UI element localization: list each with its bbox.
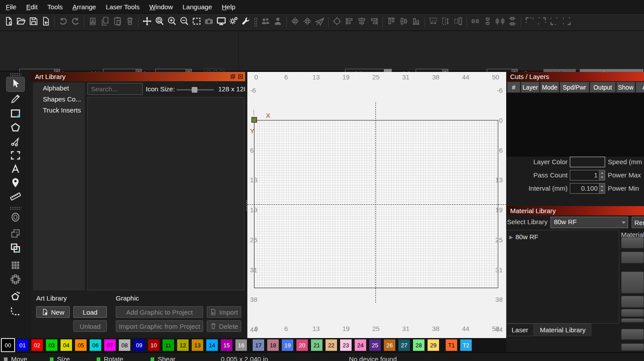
- palette-color-13[interactable]: 13: [192, 339, 203, 351]
- status-toggle-move[interactable]: Move: [4, 355, 27, 361]
- flip-vertical-button[interactable]: [289, 16, 301, 28]
- palette-color-00[interactable]: 00: [2, 339, 14, 351]
- send-to-laser-button[interactable]: [314, 16, 326, 28]
- palette-color-01[interactable]: 01: [17, 339, 28, 351]
- select-tool[interactable]: [7, 77, 24, 91]
- pan-button[interactable]: [141, 16, 153, 28]
- group-button[interactable]: [259, 16, 272, 28]
- palette-color-06[interactable]: 06: [90, 339, 101, 351]
- round-corner-tool[interactable]: [7, 305, 24, 319]
- scissors-tool[interactable]: [7, 135, 24, 150]
- paste-button[interactable]: [111, 16, 124, 28]
- copy-button[interactable]: [99, 16, 111, 28]
- polygon-tool[interactable]: [7, 121, 24, 135]
- draw-lines-tool[interactable]: [7, 93, 24, 107]
- menu-help[interactable]: Help: [217, 1, 240, 12]
- palette-color-18[interactable]: 18: [267, 339, 279, 351]
- palette-color-17[interactable]: 17: [253, 339, 264, 351]
- frame-tool[interactable]: [7, 149, 24, 163]
- align-center-horizontal-button[interactable]: [398, 16, 410, 28]
- undo-button[interactable]: [57, 16, 69, 28]
- art-library-content[interactable]: [87, 97, 244, 290]
- close-icon[interactable]: [238, 74, 243, 79]
- menu-language[interactable]: Language: [178, 1, 217, 12]
- material-action-button[interactable]: [621, 237, 644, 248]
- palette-color-24[interactable]: 24: [355, 339, 366, 351]
- move-corner-tr-button[interactable]: [536, 16, 548, 28]
- material-action-button[interactable]: [621, 271, 644, 293]
- interval-field[interactable]: 0.100: [570, 183, 605, 194]
- material-action-button[interactable]: [621, 309, 644, 317]
- menu-edit[interactable]: Edit: [21, 1, 42, 12]
- cuts-layers-header[interactable]: Cuts / Layers: [506, 72, 644, 81]
- space-vertical-button[interactable]: [506, 16, 519, 28]
- layer-column-a[interactable]: A: [636, 82, 644, 93]
- palette-color-23[interactable]: 23: [340, 339, 352, 351]
- palette-color-21[interactable]: 21: [311, 339, 322, 351]
- open-file-button[interactable]: [15, 16, 27, 28]
- material-tree[interactable]: ▶ 80w RF: [506, 230, 619, 323]
- new-file-button[interactable]: [3, 16, 15, 28]
- palette-color-20[interactable]: 20: [296, 339, 308, 351]
- palette-color-29[interactable]: 29: [428, 339, 439, 351]
- menu-window[interactable]: Window: [144, 1, 178, 12]
- boolean-union-tool[interactable]: [7, 242, 24, 256]
- art-library-category-truck-inserts[interactable]: Truck Inserts: [33, 105, 85, 116]
- material-action-button[interactable]: [621, 343, 644, 351]
- palette-color-16[interactable]: 16: [235, 339, 247, 351]
- material-action-button[interactable]: [621, 329, 644, 340]
- palette-color-07[interactable]: 07: [104, 339, 116, 351]
- palette-color-28[interactable]: 28: [413, 339, 424, 351]
- palette-color-14[interactable]: 14: [206, 339, 218, 351]
- toolbar-drag-handle[interactable]: [254, 17, 258, 27]
- delete-graphic-button[interactable]: Delete: [207, 320, 241, 332]
- import-button[interactable]: [40, 16, 52, 28]
- palette-color-04[interactable]: 04: [61, 339, 72, 351]
- text-tool[interactable]: [7, 163, 24, 177]
- save-button[interactable]: [27, 16, 40, 28]
- palette-color-02[interactable]: 02: [31, 339, 43, 351]
- tree-item-label[interactable]: 80w RF: [515, 233, 538, 241]
- zoom-in-button[interactable]: [166, 16, 178, 28]
- material-library-header[interactable]: Material Library: [506, 206, 644, 215]
- position-pin-tool[interactable]: [7, 177, 24, 191]
- status-toggle-shear[interactable]: Shear: [150, 355, 175, 361]
- drag-handle[interactable]: [10, 207, 21, 210]
- align-bottom-button[interactable]: [410, 16, 422, 28]
- palette-color-27[interactable]: 27: [398, 339, 410, 351]
- layer-list[interactable]: [506, 93, 644, 157]
- preview-button[interactable]: [215, 16, 227, 28]
- import-graphic-button[interactable]: Import: [207, 306, 241, 318]
- unload-library-button[interactable]: Unload: [73, 320, 107, 332]
- palette-color-19[interactable]: 19: [282, 339, 293, 351]
- drag-handle[interactable]: [10, 73, 21, 76]
- ruler-tool[interactable]: [7, 190, 24, 204]
- layer-column-output[interactable]: Output: [590, 82, 616, 93]
- rename-library-button[interactable]: Ren: [632, 217, 644, 228]
- circular-array-tool[interactable]: [7, 273, 24, 287]
- palette-color-12[interactable]: 12: [177, 339, 189, 351]
- move-corner-tl-button[interactable]: [523, 16, 536, 28]
- device-settings-button[interactable]: [240, 16, 252, 28]
- add-graphic-button[interactable]: Add Graphic to Project: [116, 306, 203, 318]
- icon-size-slider-thumb[interactable]: [192, 87, 197, 93]
- tab-material-library[interactable]: Material Library: [534, 323, 591, 336]
- offset-tool[interactable]: [7, 211, 24, 225]
- move-corner-br-button[interactable]: [561, 16, 573, 28]
- tree-expand-icon[interactable]: ▶: [509, 234, 513, 240]
- pass-count-spinner[interactable]: [599, 170, 605, 180]
- menu-file[interactable]: File: [1, 1, 21, 12]
- space-horizontal-button[interactable]: [494, 16, 506, 28]
- status-toggle-size[interactable]: Size: [49, 355, 70, 361]
- layer-color-swatch[interactable]: [570, 157, 605, 167]
- palette-color-03[interactable]: 03: [46, 339, 57, 351]
- distribute-vertical-button[interactable]: [481, 16, 494, 28]
- art-library-category-alphabet[interactable]: Alphabet: [33, 83, 85, 94]
- layer-column-num[interactable]: #: [507, 82, 520, 93]
- menu-laser-tools[interactable]: Laser Tools: [101, 1, 144, 12]
- same-width-button[interactable]: [427, 16, 439, 28]
- flip-horizontal-button[interactable]: [301, 16, 314, 28]
- camera-button[interactable]: [203, 16, 215, 28]
- palette-color-25[interactable]: 25: [369, 339, 381, 351]
- rotate-shape-tool[interactable]: [7, 290, 24, 304]
